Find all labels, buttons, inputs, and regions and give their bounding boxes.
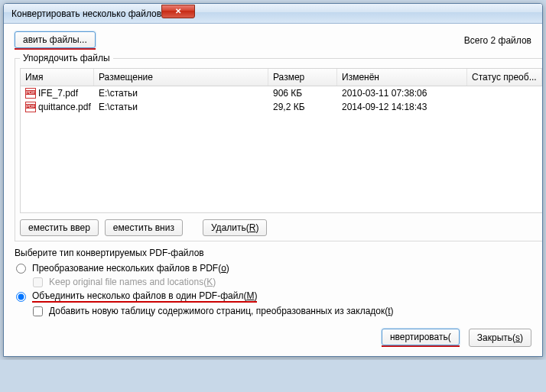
checkbox-keep-names-label: Keep original file names and locations(K… xyxy=(49,277,216,287)
top-row: авить файлы... Всего 2 файлов xyxy=(15,31,531,50)
files-table[interactable]: Имя Размещение Размер Изменён Статус пре… xyxy=(20,68,543,213)
cell-status xyxy=(467,100,542,114)
pdf-icon xyxy=(25,88,36,99)
cell-name: IFE_7.pdf xyxy=(38,88,78,99)
col-location[interactable]: Размещение xyxy=(94,69,268,86)
table-row[interactable]: quittance.pdf E:\статьи 29,2 КБ 2014-09-… xyxy=(21,100,542,114)
checkbox-add-toc[interactable] xyxy=(33,306,43,316)
cell-location: E:\статьи xyxy=(94,86,268,100)
col-size[interactable]: Размер xyxy=(268,69,337,86)
client-area: авить файлы... Всего 2 файлов Упорядочит… xyxy=(4,24,542,356)
delete-button[interactable]: Удалить(R) xyxy=(203,219,267,236)
cell-name: quittance.pdf xyxy=(38,102,91,112)
options-title: Выберите тип конвертируемых PDF-файлов xyxy=(15,248,531,258)
close-icon: ✕ xyxy=(175,7,181,15)
file-count-label: Всего 2 файлов xyxy=(464,35,531,46)
radio-convert-multiple-row[interactable]: Преобразование нескольких файлов в PDF(o… xyxy=(15,261,531,275)
checkbox-add-toc-row[interactable]: Добавить новую таблицу содержимого стран… xyxy=(31,304,531,318)
footer-buttons: нвертировать( Закрыть(s) xyxy=(15,329,531,347)
close-window-button[interactable]: ✕ xyxy=(161,5,195,18)
checkbox-keep-names-row: Keep original file names and locations(K… xyxy=(31,275,531,289)
cell-modified: 2010-03-11 07:38:06 xyxy=(337,86,467,100)
move-buttons-row: еместить ввер еместить вниз Удалить(R) xyxy=(20,219,543,236)
table-row[interactable]: IFE_7.pdf E:\статьи 906 КБ 2010-03-11 07… xyxy=(21,86,542,100)
pdf-icon xyxy=(25,102,36,112)
col-status[interactable]: Статус преоб... xyxy=(467,69,542,86)
options-area: Выберите тип конвертируемых PDF-файлов П… xyxy=(15,248,531,318)
cell-modified: 2014-09-12 14:18:43 xyxy=(337,100,467,114)
col-name[interactable]: Имя xyxy=(21,69,94,86)
close-button[interactable]: Закрыть(s) xyxy=(469,329,531,347)
organize-files-group: Упорядочить файлы Имя Размещение Размер … xyxy=(15,53,543,241)
move-up-button[interactable]: еместить ввер xyxy=(20,219,99,236)
add-files-button[interactable]: авить файлы... xyxy=(15,31,96,48)
window-title: Конвертировать несколько файлов xyxy=(11,8,161,19)
cell-size: 29,2 КБ xyxy=(268,100,337,114)
titlebar[interactable]: Конвертировать несколько файлов ✕ xyxy=(4,4,542,24)
radio-merge[interactable] xyxy=(16,292,26,302)
col-modified[interactable]: Изменён xyxy=(337,69,467,86)
checkbox-add-toc-label: Добавить новую таблицу содержимого стран… xyxy=(49,306,394,316)
convert-button[interactable]: нвертировать( xyxy=(382,329,460,345)
table-header: Имя Размещение Размер Изменён Статус пре… xyxy=(21,69,542,86)
dialog-window: Конвертировать несколько файлов ✕ авить … xyxy=(3,3,543,357)
organize-files-legend: Упорядочить файлы xyxy=(20,53,113,63)
cell-size: 906 КБ xyxy=(268,86,337,100)
table-body: IFE_7.pdf E:\статьи 906 КБ 2010-03-11 07… xyxy=(21,86,542,114)
radio-convert-multiple[interactable] xyxy=(16,264,26,274)
cell-status xyxy=(467,86,542,100)
radio-merge-label: Объединить несколько файлов в один PDF-ф… xyxy=(32,290,257,303)
cell-location: E:\статьи xyxy=(94,100,268,114)
move-down-button[interactable]: еместить вниз xyxy=(105,219,183,236)
radio-convert-multiple-label: Преобразование нескольких файлов в PDF(o… xyxy=(32,263,229,274)
radio-merge-row[interactable]: Объединить несколько файлов в один PDF-ф… xyxy=(15,289,531,304)
checkbox-keep-names xyxy=(33,277,43,287)
